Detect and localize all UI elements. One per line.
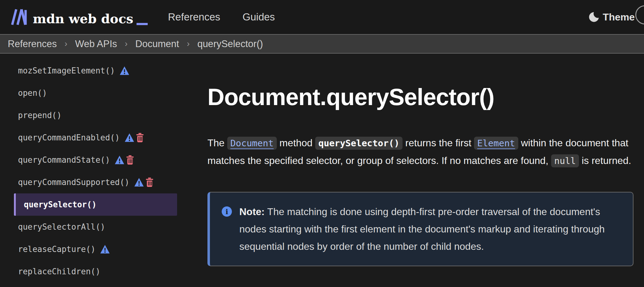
theme-button[interactable]: Theme [603,11,635,23]
null-code-chip: null [551,154,579,167]
breadcrumb-separator: › [187,39,189,49]
warning-icon [115,156,124,164]
intro-text: The [207,137,227,148]
top-header: mdn web docs References Guides Theme [0,0,644,34]
breadcrumb-document[interactable]: Document [135,38,179,50]
note-text: Note: The matching is done using depth-f… [239,203,614,255]
sidebar-item-label: queryCommandEnabled() [18,133,120,142]
mdn-logo[interactable]: mdn web docs [9,9,148,25]
sidebar-item-label: queryCommandState() [18,155,110,165]
note-label: Note: [239,206,265,217]
queryselector-code-chip: querySelector() [315,137,402,150]
page-title: Document.querySelector() [207,85,644,109]
warning-icon [125,133,134,142]
edge-partial-circle-button[interactable] [635,5,644,24]
nav-guides[interactable]: Guides [242,11,275,23]
sidebar-item-open[interactable]: open() [0,82,192,104]
intro-text: returns the first [402,137,474,148]
sidebar-item-querycommandstate[interactable]: queryCommandState() [0,149,192,171]
note-callout: i Note: The matching is done using depth… [207,192,633,266]
sidebar-item-label: mozSetImageElement() [18,66,115,75]
sidebar-item-querycommandenabled[interactable]: queryCommandEnabled() [0,126,192,149]
sidebar-item-label: open() [18,88,47,98]
sidebar-method-list: mozSetImageElement() open() prepend() qu… [0,54,192,283]
breadcrumb-queryselector[interactable]: querySelector() [197,38,263,50]
breadcrumb-separator: › [65,39,67,49]
article-content: Document.querySelector() The Document me… [192,54,644,283]
sidebar-item-mozsetimageelement[interactable]: mozSetImageElement() [0,60,192,82]
sidebar-item-label: querySelector() [24,200,97,209]
intro-text: method [277,137,315,148]
trash-icon [136,133,144,142]
breadcrumb: References › Web APIs › Document › query… [0,34,644,54]
note-body: The matching is done using depth-first p… [239,206,605,252]
info-icon: i [222,206,232,217]
trash-icon [146,178,154,187]
warning-icon [134,178,144,187]
sidebar-item-label: prepend() [18,111,62,120]
header-right: Theme [588,11,635,23]
warning-icon [120,66,129,75]
document-link[interactable]: Document [227,137,277,150]
breadcrumb-separator: › [125,39,128,49]
mdn-logo-underscore [137,23,148,25]
intro-paragraph: The Document method querySelector() retu… [207,134,644,170]
element-link[interactable]: Element [474,137,518,150]
top-navigation: References Guides [168,11,275,23]
sidebar-item-querycommandsupported[interactable]: queryCommandSupported() [0,171,192,193]
moon-icon[interactable] [588,11,599,23]
nav-references[interactable]: References [168,11,220,23]
trash-icon [126,155,134,165]
breadcrumb-references[interactable]: References [8,38,57,50]
warning-icon [100,245,110,254]
breadcrumb-web-apis[interactable]: Web APIs [75,38,117,50]
sidebar-item-label: releaseCapture() [18,245,95,254]
sidebar-item-label: replaceChildren() [18,267,100,276]
sidebar-item-queryselectorall[interactable]: querySelectorAll() [0,216,192,238]
sidebar-item-label: querySelectorAll() [18,222,105,232]
intro-text: is returned. [579,155,631,166]
sidebar-item-prepend[interactable]: prepend() [0,104,192,126]
sidebar-item-releasecapture[interactable]: releaseCapture() [0,238,192,260]
sidebar-item-queryselector-selected[interactable]: querySelector() [14,193,177,216]
sidebar-item-replacechildren[interactable]: replaceChildren() [0,260,192,283]
mdn-logo-icon [9,9,28,25]
mdn-logo-text: mdn web docs [33,13,133,25]
sidebar-item-label: queryCommandSupported() [18,178,129,187]
